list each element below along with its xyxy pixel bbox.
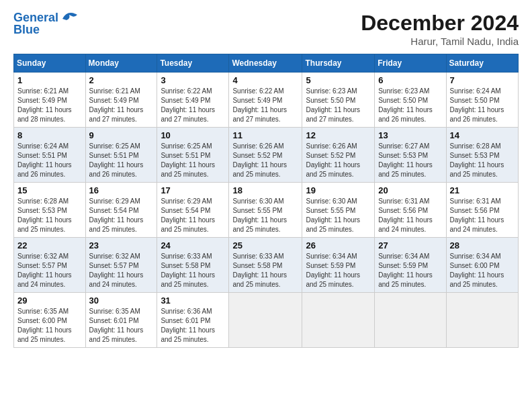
col-saturday: Saturday bbox=[446, 54, 518, 73]
day-number: 5 bbox=[306, 75, 371, 85]
day-info: Sunrise: 6:21 AMSunset: 5:49 PMDaylight:… bbox=[17, 87, 72, 123]
day-number: 15 bbox=[17, 185, 82, 195]
day-info: Sunrise: 6:22 AMSunset: 5:49 PMDaylight:… bbox=[161, 87, 215, 123]
day-number: 22 bbox=[17, 240, 82, 250]
day-number: 14 bbox=[450, 130, 515, 140]
calendar-header-row: Sunday Monday Tuesday Wednesday Thursday… bbox=[14, 54, 519, 73]
table-row: 18Sunrise: 6:30 AMSunset: 5:55 PMDayligh… bbox=[229, 183, 302, 238]
day-number: 7 bbox=[450, 75, 515, 85]
table-row bbox=[229, 293, 302, 348]
day-number: 4 bbox=[232, 75, 298, 85]
day-number: 21 bbox=[450, 185, 515, 195]
day-number: 11 bbox=[232, 130, 298, 140]
day-info: Sunrise: 6:21 AMSunset: 5:49 PMDaylight:… bbox=[89, 87, 144, 123]
calendar-week-row: 15Sunrise: 6:28 AMSunset: 5:53 PMDayligh… bbox=[14, 183, 519, 238]
day-number: 31 bbox=[161, 295, 225, 306]
table-row: 24Sunrise: 6:33 AMSunset: 5:58 PMDayligh… bbox=[157, 238, 229, 293]
table-row: 20Sunrise: 6:31 AMSunset: 5:56 PMDayligh… bbox=[375, 183, 446, 238]
logo: General Blue bbox=[13, 11, 79, 37]
table-row: 10Sunrise: 6:25 AMSunset: 5:51 PMDayligh… bbox=[157, 128, 229, 183]
day-number: 26 bbox=[306, 240, 371, 250]
day-info: Sunrise: 6:29 AMSunset: 5:54 PMDaylight:… bbox=[161, 197, 215, 233]
day-info: Sunrise: 6:36 AMSunset: 6:01 PMDaylight:… bbox=[161, 308, 215, 343]
day-info: Sunrise: 6:25 AMSunset: 5:51 PMDaylight:… bbox=[89, 142, 144, 178]
calendar-table: Sunday Monday Tuesday Wednesday Thursday… bbox=[13, 54, 519, 348]
location-subtitle: Harur, Tamil Nadu, India bbox=[361, 36, 519, 47]
day-info: Sunrise: 6:35 AMSunset: 6:00 PMDaylight:… bbox=[17, 308, 72, 343]
day-info: Sunrise: 6:26 AMSunset: 5:52 PMDaylight:… bbox=[306, 142, 360, 178]
table-row: 5Sunrise: 6:23 AMSunset: 5:50 PMDaylight… bbox=[302, 73, 375, 128]
day-number: 18 bbox=[232, 185, 298, 195]
table-row: 14Sunrise: 6:28 AMSunset: 5:53 PMDayligh… bbox=[446, 128, 518, 183]
table-row: 16Sunrise: 6:29 AMSunset: 5:54 PMDayligh… bbox=[85, 183, 157, 238]
title-block: December 2024 Harur, Tamil Nadu, India bbox=[361, 11, 519, 47]
day-info: Sunrise: 6:27 AMSunset: 5:53 PMDaylight:… bbox=[378, 142, 433, 178]
page: General Blue December 2024 Harur, Tamil … bbox=[0, 0, 532, 411]
day-number: 6 bbox=[378, 75, 442, 85]
table-row: 4Sunrise: 6:22 AMSunset: 5:49 PMDaylight… bbox=[229, 73, 302, 128]
day-info: Sunrise: 6:32 AMSunset: 5:57 PMDaylight:… bbox=[17, 253, 72, 288]
table-row: 17Sunrise: 6:29 AMSunset: 5:54 PMDayligh… bbox=[157, 183, 229, 238]
day-info: Sunrise: 6:33 AMSunset: 5:58 PMDaylight:… bbox=[161, 253, 215, 288]
day-number: 16 bbox=[89, 185, 154, 195]
day-info: Sunrise: 6:25 AMSunset: 5:51 PMDaylight:… bbox=[161, 142, 215, 178]
day-number: 10 bbox=[161, 130, 225, 140]
col-sunday: Sunday bbox=[14, 54, 86, 73]
day-info: Sunrise: 6:23 AMSunset: 5:50 PMDaylight:… bbox=[306, 87, 360, 123]
day-info: Sunrise: 6:31 AMSunset: 5:56 PMDaylight:… bbox=[378, 197, 433, 233]
day-info: Sunrise: 6:30 AMSunset: 5:55 PMDaylight:… bbox=[232, 197, 287, 233]
day-number: 1 bbox=[17, 75, 82, 85]
col-monday: Monday bbox=[85, 54, 157, 73]
calendar-week-row: 29Sunrise: 6:35 AMSunset: 6:00 PMDayligh… bbox=[14, 293, 519, 348]
table-row: 21Sunrise: 6:31 AMSunset: 5:56 PMDayligh… bbox=[446, 183, 518, 238]
table-row: 31Sunrise: 6:36 AMSunset: 6:01 PMDayligh… bbox=[157, 293, 229, 348]
table-row: 8Sunrise: 6:24 AMSunset: 5:51 PMDaylight… bbox=[14, 128, 86, 183]
day-number: 27 bbox=[378, 240, 442, 250]
day-number: 30 bbox=[89, 295, 154, 306]
day-info: Sunrise: 6:34 AMSunset: 6:00 PMDaylight:… bbox=[450, 253, 504, 288]
day-number: 12 bbox=[306, 130, 371, 140]
table-row: 9Sunrise: 6:25 AMSunset: 5:51 PMDaylight… bbox=[85, 128, 157, 183]
day-number: 19 bbox=[306, 185, 371, 195]
day-info: Sunrise: 6:24 AMSunset: 5:51 PMDaylight:… bbox=[17, 142, 72, 178]
col-friday: Friday bbox=[375, 54, 446, 73]
day-number: 9 bbox=[89, 130, 154, 140]
table-row: 12Sunrise: 6:26 AMSunset: 5:52 PMDayligh… bbox=[302, 128, 375, 183]
calendar-week-row: 22Sunrise: 6:32 AMSunset: 5:57 PMDayligh… bbox=[14, 238, 519, 293]
day-info: Sunrise: 6:28 AMSunset: 5:53 PMDaylight:… bbox=[450, 142, 504, 178]
day-info: Sunrise: 6:28 AMSunset: 5:53 PMDaylight:… bbox=[17, 197, 72, 233]
table-row: 27Sunrise: 6:34 AMSunset: 5:59 PMDayligh… bbox=[375, 238, 446, 293]
day-info: Sunrise: 6:31 AMSunset: 5:56 PMDaylight:… bbox=[450, 197, 504, 233]
day-number: 29 bbox=[17, 295, 82, 306]
day-info: Sunrise: 6:30 AMSunset: 5:55 PMDaylight:… bbox=[306, 197, 360, 233]
day-info: Sunrise: 6:32 AMSunset: 5:57 PMDaylight:… bbox=[89, 253, 144, 288]
table-row bbox=[302, 293, 375, 348]
day-info: Sunrise: 6:22 AMSunset: 5:49 PMDaylight:… bbox=[232, 87, 287, 123]
col-thursday: Thursday bbox=[302, 54, 375, 73]
day-info: Sunrise: 6:23 AMSunset: 5:50 PMDaylight:… bbox=[378, 87, 433, 123]
table-row: 26Sunrise: 6:34 AMSunset: 5:59 PMDayligh… bbox=[302, 238, 375, 293]
table-row: 7Sunrise: 6:24 AMSunset: 5:50 PMDaylight… bbox=[446, 73, 518, 128]
day-info: Sunrise: 6:33 AMSunset: 5:58 PMDaylight:… bbox=[232, 253, 287, 288]
day-number: 3 bbox=[161, 75, 225, 85]
day-number: 20 bbox=[378, 185, 442, 195]
table-row: 22Sunrise: 6:32 AMSunset: 5:57 PMDayligh… bbox=[14, 238, 86, 293]
table-row bbox=[446, 293, 518, 348]
table-row: 6Sunrise: 6:23 AMSunset: 5:50 PMDaylight… bbox=[375, 73, 446, 128]
day-number: 13 bbox=[378, 130, 442, 140]
col-wednesday: Wednesday bbox=[229, 54, 302, 73]
table-row: 1Sunrise: 6:21 AMSunset: 5:49 PMDaylight… bbox=[14, 73, 86, 128]
col-tuesday: Tuesday bbox=[157, 54, 229, 73]
logo-bird-icon bbox=[60, 9, 79, 24]
day-info: Sunrise: 6:34 AMSunset: 5:59 PMDaylight:… bbox=[378, 253, 433, 288]
table-row: 29Sunrise: 6:35 AMSunset: 6:00 PMDayligh… bbox=[14, 293, 86, 348]
table-row: 11Sunrise: 6:26 AMSunset: 5:52 PMDayligh… bbox=[229, 128, 302, 183]
table-row: 15Sunrise: 6:28 AMSunset: 5:53 PMDayligh… bbox=[14, 183, 86, 238]
header: General Blue December 2024 Harur, Tamil … bbox=[13, 11, 519, 47]
table-row: 25Sunrise: 6:33 AMSunset: 5:58 PMDayligh… bbox=[229, 238, 302, 293]
day-number: 25 bbox=[232, 240, 298, 250]
table-row: 23Sunrise: 6:32 AMSunset: 5:57 PMDayligh… bbox=[85, 238, 157, 293]
day-number: 2 bbox=[89, 75, 154, 85]
table-row: 30Sunrise: 6:35 AMSunset: 6:01 PMDayligh… bbox=[85, 293, 157, 348]
day-info: Sunrise: 6:24 AMSunset: 5:50 PMDaylight:… bbox=[450, 87, 504, 123]
